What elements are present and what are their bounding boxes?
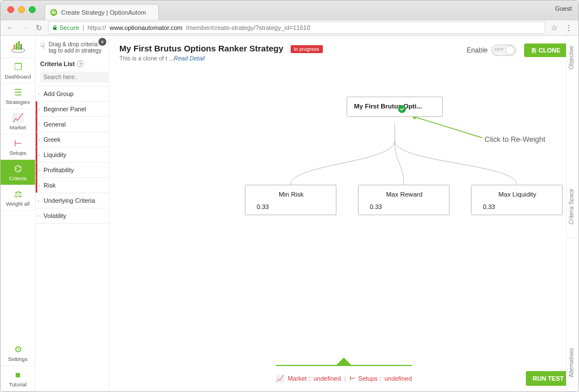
criteria-item-risk[interactable]: ›Risk: [36, 177, 109, 193]
setups-icon: ⊢: [349, 374, 355, 382]
svg-rect-7: [16, 43, 18, 50]
chevron-right-icon: ›: [38, 137, 40, 142]
root-node[interactable]: My First Brutus Opti...: [347, 97, 443, 117]
setups-value: undefined: [384, 375, 412, 382]
scale-icon: ⚖: [1, 190, 35, 199]
chevron-right-icon: ›: [38, 198, 40, 203]
setups-icon: ⊢: [1, 139, 35, 148]
sidebar-nav: ❐Dashboard ☰Strategies 📈Market ⊢Setups ⌬…: [1, 36, 36, 391]
criteria-item-underlying[interactable]: ›Underlying Criteria: [36, 193, 109, 208]
criteria-item-volatility[interactable]: ›Volatility: [36, 208, 109, 224]
run-test-button[interactable]: RUN TEST: [526, 371, 571, 386]
secure-label: Secure: [59, 24, 79, 31]
toggle-knob: [505, 46, 515, 55]
enable-control: Enable OFF: [466, 45, 516, 56]
criteria-item-liquidity[interactable]: ›Liquidity: [36, 147, 109, 162]
svg-rect-9: [20, 44, 22, 50]
side-tab-objective[interactable]: Objective: [567, 36, 578, 80]
criteria-panel: ☟ Drag & drop criteria tag to add in str…: [36, 36, 109, 391]
child-title: Min Risk: [252, 191, 330, 198]
url-field[interactable]: Secure | https://www.optionautomator.com…: [48, 21, 545, 34]
strategy-canvas[interactable]: My First Brutus Opti... Click to Re-Weig…: [109, 67, 578, 365]
criteria-item-profitability[interactable]: ›Profitability: [36, 162, 109, 177]
drag-hint: ☟ Drag & drop criteria tag to add in str…: [36, 36, 109, 58]
criteria-item-beginner[interactable]: ›Beginner Panel: [36, 101, 109, 116]
footer-expand[interactable]: [276, 358, 412, 369]
criteria-list: ›Add Group ›Beginner Panel ›General ›Gre…: [36, 86, 109, 224]
forward-icon[interactable]: →: [21, 23, 29, 32]
help-icon[interactable]: ?: [77, 60, 84, 67]
svg-rect-6: [14, 45, 15, 50]
market-label: Market :: [288, 375, 310, 382]
close-window-icon[interactable]: [7, 6, 14, 13]
nav-weight-all[interactable]: ⚖Weight all: [1, 185, 35, 211]
browser-tab[interactable]: Create Strategy | OptionAutom: [45, 4, 159, 20]
tree-lines: [109, 67, 578, 365]
menu-icon[interactable]: ⋮: [565, 23, 573, 32]
footer-bar: 📈 Market : undefined | ⊢ Setups : undefi…: [109, 365, 578, 391]
nav-criteria[interactable]: ⌬Criteria: [1, 160, 35, 185]
nav-label: Tutorial: [9, 381, 27, 387]
market-value: undefined: [313, 375, 340, 382]
enable-toggle[interactable]: OFF: [491, 45, 516, 56]
clone-button[interactable]: ⎘ CLONE: [524, 43, 569, 57]
chevron-right-icon: ›: [38, 168, 40, 173]
search-input[interactable]: [40, 72, 119, 82]
lock-icon: [52, 25, 58, 31]
nav-settings[interactable]: ⚙Settings: [1, 341, 35, 366]
nav-market[interactable]: 📈Market: [1, 109, 35, 134]
criteria-item-label: General: [44, 121, 66, 128]
child-node-max-reward[interactable]: Max Reward 0.33: [358, 185, 450, 215]
chevron-right-icon: ›: [38, 183, 40, 188]
favicon-icon: [50, 8, 58, 16]
nav-label: Setups: [10, 150, 27, 156]
side-tab-criteria-space[interactable]: Criteria Space: [567, 175, 578, 238]
list-icon: ☰: [1, 88, 35, 97]
criteria-item-add-group[interactable]: ›Add Group: [36, 86, 109, 101]
criteria-item-general[interactable]: ›General: [36, 116, 109, 132]
chevron-right-icon: ›: [38, 153, 40, 158]
maximize-window-icon[interactable]: [29, 6, 36, 13]
criteria-item-label: Volatility: [44, 212, 66, 219]
child-value: 0.33: [252, 203, 330, 210]
side-tab-alternatives[interactable]: Alternatives: [567, 334, 578, 391]
nav-tutorial[interactable]: ■Tutorial: [1, 366, 35, 391]
criteria-item-label: Underlying Criteria: [44, 197, 95, 204]
url-host: www.optionautomator.com: [110, 24, 183, 31]
child-title: Max Liquidity: [478, 191, 556, 198]
annotation-label: Click to Re-Weight: [485, 135, 545, 143]
nav-setups[interactable]: ⊢Setups: [1, 134, 35, 160]
svg-marker-12: [336, 358, 352, 365]
window-controls[interactable]: [7, 6, 36, 13]
back-icon[interactable]: ←: [6, 23, 14, 32]
dashboard-icon: ❐: [1, 63, 35, 72]
secure-indicator: Secure: [52, 24, 79, 31]
child-value: 0.33: [478, 203, 556, 210]
child-node-max-liquidity[interactable]: Max Liquidity 0.33: [471, 185, 563, 215]
nav-label: Criteria: [9, 175, 27, 181]
chart-icon: 📈: [1, 114, 35, 123]
status-badge: In progress: [291, 45, 323, 53]
check-icon[interactable]: [398, 105, 406, 113]
app-logo[interactable]: [1, 36, 36, 58]
read-detail-link[interactable]: Read Detail: [174, 55, 205, 62]
reload-icon[interactable]: ↻: [36, 23, 42, 32]
svg-rect-4: [53, 27, 57, 30]
close-icon[interactable]: ×: [98, 38, 106, 46]
setups-label: Setups :: [358, 375, 381, 382]
child-node-min-risk[interactable]: Min Risk 0.33: [245, 185, 336, 215]
subtitle-text: This is a clone of t ...: [119, 55, 174, 62]
criteria-icon: ⌬: [1, 164, 35, 173]
page-title: My First Brutus Options Ranker Strategy: [119, 43, 283, 53]
status-row: 📈 Market : undefined | ⊢ Setups : undefi…: [276, 374, 412, 382]
page-header: My First Brutus Options Ranker Strategy …: [109, 36, 578, 67]
criteria-item-greek[interactable]: ›Greek: [36, 132, 109, 147]
address-bar: ← → ↻ Secure | https://www.optionautomat…: [1, 20, 578, 36]
nav-strategies[interactable]: ☰Strategies: [1, 84, 35, 109]
star-icon[interactable]: ☆: [551, 23, 558, 32]
criteria-heading: Criteria List ?: [36, 58, 109, 71]
video-icon: ■: [1, 371, 35, 380]
minimize-window-icon[interactable]: [18, 6, 25, 13]
market-icon: 📈: [276, 374, 284, 382]
nav-dashboard[interactable]: ❐Dashboard: [1, 58, 35, 84]
